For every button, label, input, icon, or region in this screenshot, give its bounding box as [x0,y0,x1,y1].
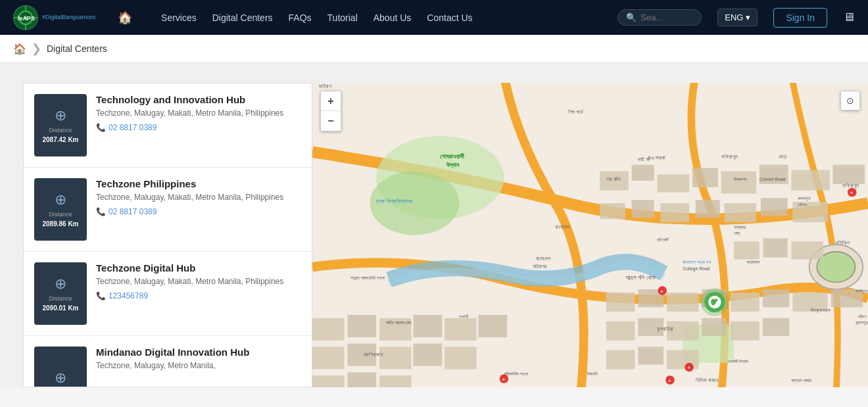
zoom-in-button[interactable]: + [321,91,341,111]
logo-tagline: #DigitalBangsamoro [42,14,95,21]
svg-rect-36 [731,293,760,312]
breadcrumb-home[interactable]: 🏠 [13,43,26,55]
navbar: leAPS #DigitalBangsamoro 🏠 Services Digi… [0,0,868,35]
svg-text:+: + [687,365,690,371]
nav-home[interactable]: 🏠 [111,7,139,29]
svg-text:ফকিরাপুল: ফকিরাপুল [721,154,738,160]
svg-rect-21 [632,200,654,218]
language-selector[interactable]: ENG ▾ [717,9,758,26]
distance-value-2: 2090.01 Km [42,304,78,312]
svg-text:পলাশী: পলাশী [459,314,469,319]
location-list: ⊕ Distance 2087.42 Km Technology and Inn… [23,83,312,387]
svg-text:+: + [668,378,671,384]
list-item[interactable]: ⊕ Distance 2089.86 Km Techzone Philippin… [24,168,312,252]
svg-text:+: + [502,377,505,383]
svg-rect-37 [763,289,790,307]
svg-rect-15 [692,168,718,187]
location-icon-1: ⊕ [55,191,66,208]
distance-label-0: Distance [49,127,72,133]
distance-label-1: Distance [49,211,72,218]
location-icon-3: ⊕ [55,370,66,387]
compass-button[interactable]: ⊙ [840,91,860,110]
svg-text:মাইবাগ: মাইবাগ [319,84,331,89]
phone-icon-0: 📞 [96,123,106,132]
location-name-2: Techzone Digital Hub [96,262,301,274]
nav-link-contact-us[interactable]: Contact Us [420,9,479,27]
svg-text:ফুলবাড়িয়া: ফুলবাড়িয়া [657,326,673,332]
svg-text:কুমলাপুর: কুমলাপুর [856,320,868,325]
svg-rect-32 [606,293,635,312]
nav-link-about-us[interactable]: About Us [367,9,418,27]
signin-button[interactable]: Sign In [773,8,827,28]
nav-link-tutorial[interactable]: Tutorial [321,9,364,27]
map[interactable]: নয়া পল্টন সড়ক ফকিরাপুল মোড় ফকিরাপুল ম… [312,83,868,387]
search-box[interactable]: 🔍 [617,9,702,26]
svg-rect-19 [833,165,865,184]
zoom-out-button[interactable]: − [321,111,341,131]
svg-text:বাংলাদেশ: বাংলাদেশ [536,256,551,262]
svg-rect-50 [347,315,376,337]
nav-link-services[interactable]: Services [155,9,203,27]
svg-rect-53 [445,318,477,341]
main-content: ⊕ Distance 2087.42 Km Technology and Inn… [0,63,868,387]
location-icon-box-0: ⊕ Distance 2087.42 Km [34,94,87,156]
location-info-1: Techzone Philippines Techzone, Malugay, … [96,178,301,216]
svg-text:+: + [850,190,854,196]
svg-rect-45 [763,318,790,336]
logo[interactable]: leAPS #DigitalBangsamoro [13,5,95,30]
distance-label-2: Distance [49,295,72,302]
svg-text:দিলকুশা সড়ক: দিলকুশা সড়ক [811,308,831,313]
svg-text:স্টেশন: স্টেশন [798,203,808,207]
breadcrumb-separator: ❯ [32,41,41,56]
location-info-0: Technology and Innovation Hub Techzone, … [96,94,301,132]
svg-rect-44 [731,322,760,341]
svg-text:নয়া পল্টন: নয়া পল্টন [606,176,621,182]
location-icon-2: ⊕ [55,275,66,293]
distance-value-1: 2089.86 Km [42,220,78,227]
chevron-down-icon: ▾ [746,12,750,22]
svg-text:বলদা চত্বর: বলদা চত্বর [856,289,868,294]
location-phone-2: 📞 123456789 [96,291,301,300]
svg-rect-46 [606,350,635,369]
lang-label: ENG [725,12,743,22]
breadcrumb-current: Digital Centers [47,43,107,54]
svg-text:নাজিমউদ্দিন সড়ক: নাজিমউদ্দিন সড়ক [504,371,528,376]
svg-text:+: + [660,289,663,295]
svg-text:শিশু পার্ক: শিশু পার্ক [568,109,584,115]
svg-text:leAPS: leAPS [18,15,35,22]
list-item[interactable]: ⊕ Distance 2087.42 Km Technology and Inn… [24,84,312,168]
search-icon: 🔍 [626,12,637,22]
svg-text:দক্ষিণ: দক্ষিণ [857,314,867,319]
location-info-2: Techzone Digital Hub Techzone, Malugay, … [96,262,301,300]
svg-rect-55 [312,347,345,369]
monitor-icon[interactable]: 🖥 [843,11,855,24]
location-name-1: Techzone Philippines [96,178,301,189]
svg-rect-62 [379,375,412,387]
svg-text:পান্থচায়: পান্থচায় [734,225,746,230]
logo-icon: leAPS [13,5,38,30]
map-zoom-controls: + − [320,91,341,132]
distance-value-0: 2087.42 Km [42,136,78,143]
svg-rect-40 [606,322,635,341]
logo-text: #DigitalBangsamoro [42,14,95,21]
list-item[interactable]: ⊕ Distance 2090.01 Km Techzone Digital H… [24,252,312,336]
location-phone-1: 📞 02 8817 0389 [96,207,301,216]
nav-link-digital-centers[interactable]: Digital Centers [206,9,279,27]
svg-rect-14 [657,174,689,192]
list-item[interactable]: ⊕ Mindanao Digital Innovation Hub Techzo… [24,336,312,387]
location-address-0: Techzone, Malugay, Makati, Metro Manila,… [96,108,301,119]
nav-link-faqs[interactable]: FAQs [282,9,318,27]
svg-text:জাহির রায়হান রোড: জাহির রায়হান রোড [386,320,412,325]
search-input[interactable] [640,12,693,22]
svg-text:বিজয়নগর: বিজয়নগর [734,177,747,181]
svg-text:উদ্যান: উদ্যান [446,162,460,168]
svg-rect-20 [600,203,625,219]
svg-text:সায়েন্স ল্যাবরেটরি সড়ক: সায়েন্স ল্যাবরেটরি সড়ক [350,275,385,281]
svg-rect-57 [379,347,412,369]
svg-text:নিমতলি: নিমতলি [587,371,598,376]
svg-rect-34 [667,293,699,312]
svg-text:বাংলাদেশ: বাংলাদেশ [555,224,570,230]
svg-rect-54 [479,315,508,337]
svg-rect-59 [445,347,477,369]
breadcrumb: 🏠 ❯ Digital Centers [0,35,868,63]
